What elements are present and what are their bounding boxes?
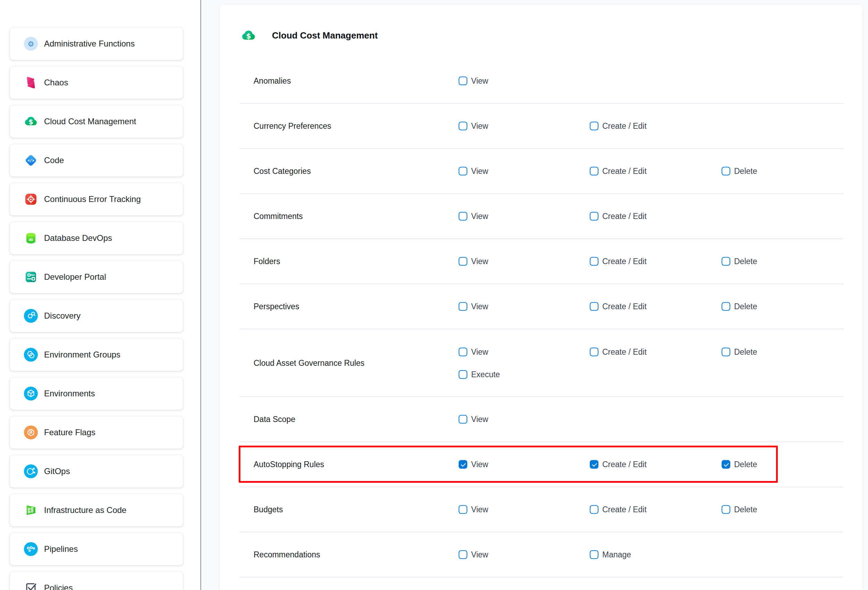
sidebar-item-gitops[interactable]: GitOps — [10, 455, 183, 488]
delete-checkbox[interactable]: Delete — [722, 167, 757, 176]
permission-label: View — [471, 76, 488, 86]
sidebar-item-chaos[interactable]: Chaos — [10, 66, 183, 99]
sidebar-item-environment-groups[interactable]: Environment Groups — [10, 339, 183, 371]
view-checkbox[interactable]: View — [459, 212, 488, 221]
resource-label: Budgets — [254, 505, 283, 515]
permission-label: Create / Edit — [602, 167, 647, 176]
sidebar-item-feature-flags[interactable]: Feature Flags — [10, 416, 183, 449]
checkbox-unchecked-icon[interactable] — [459, 167, 467, 176]
sidebar-item-environments[interactable]: Environments — [10, 377, 183, 410]
circuit-flag-icon — [24, 503, 38, 517]
permission-label: Delete — [734, 302, 757, 311]
manage-checkbox[interactable]: Manage — [590, 550, 631, 559]
hexagon-magnifier-icon — [24, 309, 38, 323]
checkbox-unchecked-icon[interactable] — [722, 167, 730, 176]
resource-label: Folders — [254, 257, 280, 266]
checkbox-unchecked-icon[interactable] — [459, 77, 467, 85]
permission-label: View — [471, 550, 488, 559]
checkbox-unchecked-icon[interactable] — [590, 212, 598, 221]
sidebar-item-label: Discovery — [44, 311, 80, 321]
create-edit-checkbox[interactable]: Create / Edit — [590, 505, 647, 515]
permission-row-autostopping-rules: AutoStopping RulesViewCreate / EditDelet… — [239, 442, 843, 487]
resource-label: Currency Preferences — [254, 121, 331, 131]
execute-checkbox[interactable]: Execute — [459, 370, 500, 379]
code-brackets-icon: </> — [24, 154, 38, 167]
checkbox-unchecked-icon[interactable] — [590, 348, 598, 356]
sidebar-item-label: Environment Groups — [44, 350, 120, 359]
permissions-panel: $ Cloud Cost Management AnomaliesViewCur… — [220, 5, 862, 590]
checkbox-unchecked-icon[interactable] — [459, 348, 467, 356]
sidebar-item-policies[interactable]: Policies — [10, 572, 183, 590]
checkbox-unchecked-icon[interactable] — [459, 505, 467, 514]
svg-text:$: $ — [246, 32, 251, 40]
view-checkbox[interactable]: View — [459, 257, 488, 266]
create-edit-checkbox[interactable]: Create / Edit — [590, 302, 647, 311]
checkbox-unchecked-icon[interactable] — [459, 212, 467, 221]
permission-label: View — [471, 167, 488, 176]
sidebar-item-infrastructure-as-code[interactable]: Infrastructure as Code — [10, 494, 183, 526]
view-checkbox[interactable]: View — [459, 76, 488, 86]
checkbox-unchecked-icon[interactable] — [459, 257, 467, 266]
checkbox-unchecked-icon[interactable] — [459, 550, 467, 559]
permission-label: View — [471, 257, 488, 266]
sliders-icon — [24, 270, 38, 284]
create-edit-checkbox[interactable]: Create / Edit — [590, 460, 647, 469]
sidebar-item-administrative-functions[interactable]: ⚙Administrative Functions — [10, 27, 183, 60]
sidebar-item-database-devops[interactable]: ∞Database DevOps — [10, 222, 183, 254]
svg-text:⚙: ⚙ — [28, 40, 34, 48]
checkbox-unchecked-icon[interactable] — [459, 302, 467, 311]
sidebar-item-developer-portal[interactable]: Developer Portal — [10, 261, 183, 293]
permission-label: Delete — [734, 257, 757, 266]
sidebar-item-continuous-error-tracking[interactable]: Continuous Error Tracking — [10, 183, 183, 216]
checkbox-unchecked-icon[interactable] — [459, 370, 467, 379]
permission-row-cost-categories: Cost CategoriesViewCreate / EditDelete — [239, 149, 843, 194]
view-checkbox[interactable]: View — [459, 302, 488, 311]
checkbox-unchecked-icon[interactable] — [459, 415, 467, 424]
checkbox-unchecked-icon[interactable] — [722, 505, 730, 514]
checkbox-unchecked-icon[interactable] — [722, 257, 730, 266]
checkbox-unchecked-icon[interactable] — [459, 122, 467, 130]
delete-checkbox[interactable]: Delete — [722, 347, 757, 357]
checkbox-unchecked-icon[interactable] — [590, 550, 598, 559]
checkbox-unchecked-icon[interactable] — [590, 167, 598, 176]
delete-checkbox[interactable]: Delete — [722, 302, 757, 311]
sidebar-item-label: Policies — [44, 583, 73, 590]
checkbox-unchecked-icon[interactable] — [722, 302, 730, 311]
checkbox-checked-icon[interactable] — [459, 460, 467, 469]
resource-label: Data Scope — [254, 415, 295, 424]
checkbox-unchecked-icon[interactable] — [590, 302, 598, 311]
create-edit-checkbox[interactable]: Create / Edit — [590, 212, 647, 221]
checkbox-checked-icon[interactable] — [590, 460, 598, 469]
checkbox-checked-icon[interactable] — [722, 460, 730, 469]
checkbox-unchecked-icon[interactable] — [590, 505, 598, 514]
create-edit-checkbox[interactable]: Create / Edit — [590, 347, 647, 357]
checkbox-unchecked-icon[interactable] — [590, 257, 598, 266]
view-checkbox[interactable]: View — [459, 460, 488, 469]
permission-row-folders: FoldersViewCreate / EditDelete — [239, 239, 843, 284]
view-checkbox[interactable]: View — [459, 550, 488, 559]
permission-label: Delete — [734, 505, 757, 515]
sidebar-item-pipelines[interactable]: Pipelines — [10, 533, 183, 565]
sidebar-item-label: Database DevOps — [44, 233, 112, 243]
cloud-dollar-icon: $ — [241, 28, 256, 43]
view-checkbox[interactable]: View — [459, 121, 488, 131]
create-edit-checkbox[interactable]: Create / Edit — [590, 257, 647, 266]
sidebar-item-code[interactable]: </>Code — [10, 144, 183, 177]
view-checkbox[interactable]: View — [459, 415, 488, 424]
create-edit-checkbox[interactable]: Create / Edit — [590, 121, 647, 131]
delete-checkbox[interactable]: Delete — [722, 505, 757, 515]
delete-checkbox[interactable]: Delete — [722, 257, 757, 266]
sidebar-item-discovery[interactable]: Discovery — [10, 300, 183, 332]
view-checkbox[interactable]: View — [459, 347, 488, 357]
sidebar-item-cloud-cost-management[interactable]: $Cloud Cost Management — [10, 105, 183, 138]
view-checkbox[interactable]: View — [459, 167, 488, 176]
checkbox-unchecked-icon[interactable] — [590, 122, 598, 130]
sidebar-item-label: Environments — [44, 389, 95, 398]
resource-label: Anomalies — [254, 76, 291, 86]
delete-checkbox[interactable]: Delete — [722, 460, 757, 469]
view-checkbox[interactable]: View — [459, 505, 488, 515]
create-edit-checkbox[interactable]: Create / Edit — [590, 167, 647, 176]
checkbox-unchecked-icon[interactable] — [722, 348, 730, 356]
sidebar-item-label: Developer Portal — [44, 272, 106, 282]
panel-resize-divider[interactable] — [200, 0, 201, 590]
